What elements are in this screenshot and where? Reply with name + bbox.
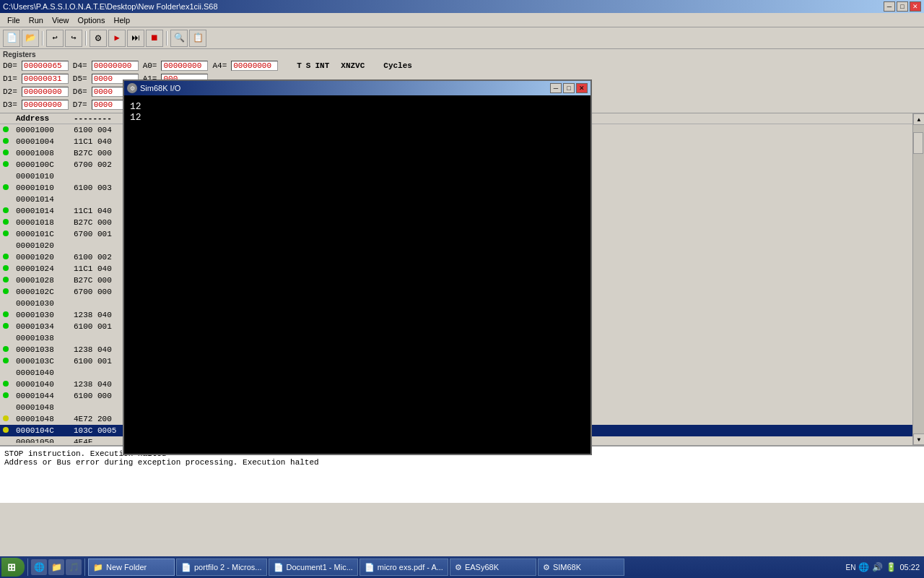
sim68k-close[interactable]: ✕: [576, 83, 588, 93]
empty-dot: [3, 300, 9, 306]
green-dot-icon: [3, 184, 9, 190]
row-addr: 0000104C: [16, 426, 74, 435]
scroll-down-button[interactable]: ▼: [913, 434, 924, 445]
d6-label: D6=: [73, 87, 87, 96]
toolbar-stop[interactable]: ⏹: [146, 30, 163, 47]
green-dot-icon: [3, 358, 9, 363]
maximize-button[interactable]: □: [897, 1, 908, 12]
toolbar-open[interactable]: 📂: [22, 30, 39, 47]
taskbar-portfilo-icon: 📄: [181, 563, 191, 572]
toolbar-new[interactable]: 📄: [3, 30, 20, 47]
network-icon: 🌐: [858, 562, 869, 572]
toolbar-undo[interactable]: ↩: [46, 30, 64, 47]
quick-launch-ie[interactable]: 🌐: [31, 559, 47, 575]
scroll-track[interactable]: [913, 125, 924, 434]
quick-launch-media[interactable]: 🎵: [66, 559, 82, 575]
menu-file[interactable]: File: [3, 14, 25, 26]
start-button[interactable]: ⊞: [1, 558, 25, 577]
toolbar-assemble[interactable]: ⚙: [90, 30, 107, 47]
d0-value[interactable]: 00000065: [22, 61, 69, 71]
a0-value[interactable]: 00000000: [161, 61, 208, 71]
row-addr: 00001030: [16, 299, 74, 308]
d0-label: D0=: [3, 61, 17, 70]
taskbar-document[interactable]: 📄 Document1 - Mic...: [269, 558, 358, 576]
toolbar-step[interactable]: ⏭: [127, 30, 144, 47]
row-addr: 00001048: [16, 403, 74, 412]
sim68k-content: 12 12: [124, 95, 590, 454]
sim68k-minimize[interactable]: ─: [550, 83, 562, 93]
taskbar-portfilo[interactable]: 📄 portfilo 2 - Micros...: [176, 558, 267, 576]
quick-launch-explore[interactable]: 📁: [48, 559, 64, 575]
toolbar-sep2: [85, 31, 87, 46]
green-dot-icon: [3, 138, 9, 144]
row-addr: 0000102C: [16, 288, 74, 296]
green-dot-icon: [3, 311, 9, 317]
green-dot-icon: [3, 381, 9, 387]
status-line-2: Address or Bus error during exception pr…: [4, 458, 920, 467]
taskbar: ⊞ 🌐 📁 🎵 📁 New Folder 📄 portfilo 2 - Micr…: [0, 556, 924, 578]
green-dot-icon: [3, 265, 9, 271]
close-button[interactable]: ✕: [910, 1, 921, 12]
empty-dot: [3, 242, 9, 248]
taskbar-new-folder-icon: 📁: [93, 563, 103, 572]
d2-value[interactable]: 00000000: [22, 87, 69, 97]
scroll-up-button[interactable]: ▲: [913, 113, 924, 125]
menu-run[interactable]: Run: [25, 14, 48, 26]
minimize-button[interactable]: ─: [884, 1, 895, 12]
xnzvc-header: XNZVC: [341, 61, 365, 70]
quick-launch-sep: [27, 558, 28, 576]
row-addr: 00001040: [16, 380, 74, 389]
row-addr: 00001048: [16, 415, 74, 423]
a4-label: A4=: [212, 61, 227, 70]
menu-view[interactable]: View: [48, 14, 74, 26]
row-addr: 00001040: [16, 368, 74, 377]
menu-help[interactable]: Help: [110, 14, 135, 26]
int-header: INT: [315, 61, 329, 70]
yellow-dot-icon: [3, 415, 9, 421]
taskbar-easy68k[interactable]: ⚙ EASy68K: [450, 558, 536, 576]
d4-value[interactable]: 00000000: [92, 61, 139, 71]
toolbar-redo[interactable]: ↪: [65, 30, 82, 47]
scroll-thumb[interactable]: [913, 132, 923, 154]
row-addr: 00001010: [16, 184, 74, 192]
taskbar-pdf-label: micro exs.pdf - A...: [378, 563, 443, 571]
row-addr: 0000103C: [16, 357, 74, 366]
sim68k-output-line-2: 12: [130, 112, 585, 123]
title-bar-text: C:\Users\P.A.S.S.I.O.N.A.T.E\Desktop\New…: [3, 2, 218, 11]
green-dot-icon: [3, 392, 9, 398]
sim68k-title-icon: ⚙: [127, 83, 137, 93]
taskbar-sim68k[interactable]: ⚙ SIM68K: [538, 558, 624, 576]
menu-options[interactable]: Options: [74, 14, 110, 26]
green-dot-icon: [3, 126, 9, 132]
empty-dot: [3, 335, 9, 340]
a4-value[interactable]: 00000000: [231, 61, 278, 71]
d2-label: D2=: [3, 87, 17, 96]
taskbar-portfilo-label: portfilo 2 - Micros...: [194, 563, 262, 571]
green-dot-icon: [3, 161, 9, 167]
toolbar-run[interactable]: ▶: [108, 30, 126, 47]
empty-dot: [3, 196, 9, 202]
green-dot-icon: [3, 150, 9, 155]
sim68k-title-bar: ⚙ Sim68K I/O ─ □ ✕: [124, 81, 590, 95]
green-dot-icon: [3, 346, 9, 352]
row-addr: 00001024: [16, 264, 74, 273]
empty-dot: [3, 369, 9, 375]
toolbar-memory[interactable]: 🔍: [170, 30, 188, 47]
taskbar-new-folder[interactable]: 📁 New Folder: [88, 558, 175, 576]
scrollbar[interactable]: ▲ ▼: [912, 113, 924, 445]
empty-dot: [3, 439, 9, 443]
taskbar-document-icon: 📄: [274, 563, 284, 572]
row-addr: 00001014: [16, 195, 74, 204]
toolbar-clipboard[interactable]: 📋: [189, 30, 206, 47]
d7-label: D7=: [73, 100, 87, 109]
battery-icon: 🔋: [886, 562, 897, 572]
sim68k-maximize[interactable]: □: [563, 83, 575, 93]
d1-value[interactable]: 00000031: [22, 74, 69, 84]
lang-indicator: EN: [846, 564, 856, 571]
taskbar-pdf[interactable]: 📄 micro exs.pdf - A...: [359, 558, 448, 576]
yellow-dot-icon: [3, 427, 9, 433]
d3-value[interactable]: 00000000: [22, 100, 69, 110]
row-addr: 00001030: [16, 311, 74, 319]
row-addr: 00001020: [16, 253, 74, 262]
toolbar-sep3: [166, 31, 167, 46]
